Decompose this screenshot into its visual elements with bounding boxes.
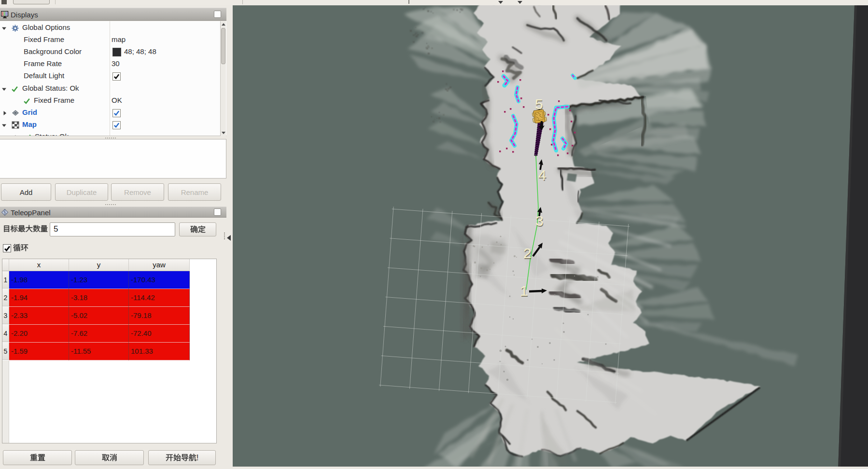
svg-text:5: 5	[535, 96, 543, 112]
svg-text:1: 1	[520, 283, 528, 299]
svg-text:2: 2	[523, 245, 532, 261]
